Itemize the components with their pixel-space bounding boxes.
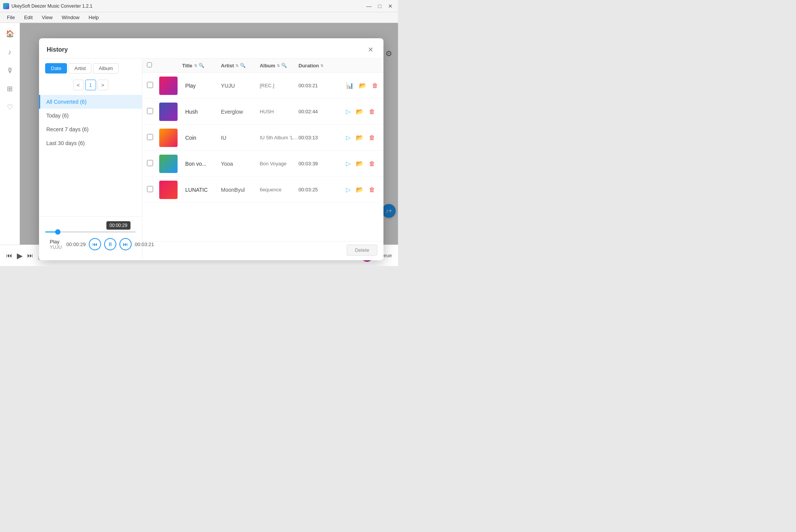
page-current-button[interactable]: 1 [85,80,96,90]
row-3-album: IU 5th Album 'LI... [260,135,298,140]
dialog-body: Date Artist Album < 1 > All Converted (6… [39,59,383,260]
row-2-actions: ▷ 📂 🗑 [344,106,379,117]
title-search-icon[interactable]: 🔍 [199,63,204,68]
row-3-folder-button[interactable]: 📂 [354,132,365,143]
playback-slider[interactable] [45,231,136,233]
window-controls: — □ ✕ [364,2,395,11]
row-2-thumbnail [159,103,178,121]
table-header: Title ⇅ 🔍 Artist ⇅ 🔍 Album ⇅ 🔍 [142,59,383,73]
row-1-checkbox-cell [147,82,159,90]
dialog-footer: Delete [142,241,383,260]
artist-search-icon[interactable]: 🔍 [240,63,246,68]
row-2-artist: Everglow [221,109,259,115]
row-3-artist: IU [221,135,259,141]
title-sort-icon[interactable]: ⇅ [194,64,197,68]
row-4-folder-button[interactable]: 📂 [354,158,365,169]
maximize-button[interactable]: □ [375,2,384,11]
sidebar-icon-home[interactable]: 🏠 [2,26,18,41]
row-4-checkbox[interactable] [147,160,153,166]
player-next-button[interactable]: ⏭ [27,252,33,259]
category-today[interactable]: Today (6) [39,109,142,122]
row-2-play-button[interactable]: ▷ [344,106,352,117]
row-4-duration: 00:03:39 [298,161,344,166]
row-1-checkbox[interactable] [147,82,153,88]
player-play-button[interactable]: ▶ [17,251,23,260]
minimize-button[interactable]: — [364,2,374,11]
row-1-folder-button[interactable]: 📂 [357,80,368,91]
row-4-checkbox-cell [147,160,159,168]
row-5-delete-button[interactable]: 🗑 [367,185,377,195]
page-prev-button[interactable]: < [73,80,84,90]
track-list: Play YUJU [REC.] 00:03:21 📊 📂 🗑 [142,73,383,241]
pause-button[interactable]: ⏸ [104,238,116,250]
row-3-checkbox[interactable] [147,134,153,140]
album-search-icon[interactable]: 🔍 [281,63,287,68]
menu-window[interactable]: Window [58,14,83,21]
filter-tab-artist[interactable]: Artist [69,63,91,73]
category-all-converted[interactable]: All Converted (6) [39,95,142,109]
row-2-checkbox[interactable] [147,108,153,114]
row-5-actions: ▷ 📂 🗑 [344,184,379,195]
playback-time-controls: 00:00:29 ⏮ ⏸ ⏭ 00:03:21 [66,238,154,250]
row-5-thumbnail [159,181,178,199]
menu-edit[interactable]: Edit [20,14,36,21]
category-last-30days[interactable]: Last 30 days (6) [39,136,142,150]
select-all-checkbox[interactable] [147,62,152,67]
row-2-duration: 00:02:44 [298,109,344,114]
row-3-actions: ▷ 📂 🗑 [344,132,379,143]
artist-sort-icon[interactable]: ⇅ [235,64,238,68]
row-4-title: Bon vo... [182,161,221,167]
row-2-delete-button[interactable]: 🗑 [367,107,377,117]
table-row: LUNATIC MoonByul 6equence 00:03:25 ▷ 📂 🗑 [142,177,383,203]
playback-thumb[interactable] [55,229,60,235]
prev-track-button[interactable]: ⏮ [89,238,101,250]
menu-view[interactable]: View [38,14,56,21]
row-5-folder-button[interactable]: 📂 [354,184,365,195]
dialog-close-button[interactable]: ✕ [365,44,376,55]
playback-info-row: Play YUJU 00:00:29 ⏮ ⏸ ⏭ 00:03:21 [45,236,136,253]
right-panel: Title ⇅ 🔍 Artist ⇅ 🔍 Album ⇅ 🔍 [142,59,383,260]
row-2-checkbox-cell [147,108,159,116]
select-all-header [147,62,159,69]
row-3-play-button[interactable]: ▷ [344,132,352,143]
now-playing-artist: YUJU [50,245,62,250]
sidebar-icon-grid[interactable]: ⊞ [2,81,18,96]
player-prev-button[interactable]: ⏮ [6,252,12,259]
category-recent-7days[interactable]: Recent 7 days (6) [39,122,142,136]
album-sort-icon[interactable]: ⇅ [277,64,280,68]
filter-tabs: Date Artist Album [39,63,142,78]
close-button[interactable]: ✕ [386,2,395,11]
next-track-button[interactable]: ⏭ [119,238,132,250]
row-3-delete-button[interactable]: 🗑 [367,133,377,143]
row-3-checkbox-cell [147,134,159,142]
history-dialog: History ✕ Date Artist Album < 1 [39,38,383,260]
row-1-actions: 📊 📂 🗑 [344,80,379,91]
app-icon [3,3,9,9]
row-5-album: 6equence [260,187,298,193]
menu-file[interactable]: File [3,14,19,21]
row-4-delete-button[interactable]: 🗑 [367,159,377,169]
sidebar-icon-music[interactable]: ♪ [2,44,18,60]
row-1-delete-button[interactable]: 🗑 [370,81,380,91]
left-panel: Date Artist Album < 1 > All Converted (6… [39,59,142,260]
row-4-album: Bon Voyage [260,161,298,166]
sidebar-icon-mic[interactable]: 🎙 [2,63,18,78]
filter-tab-album[interactable]: Album [93,63,119,73]
table-row: Play YUJU [REC.] 00:03:21 📊 📂 🗑 [142,73,383,99]
row-5-duration: 00:03:25 [298,187,344,193]
row-4-actions: ▷ 📂 🗑 [344,158,379,169]
sidebar-icon-favorites[interactable]: ♡ [2,100,18,115]
menu-help[interactable]: Help [85,14,103,21]
row-1-waveform-button[interactable]: 📊 [344,80,355,91]
main-content: ⚙ History ✕ Date Artist Album [20,23,398,245]
duration-sort-icon[interactable]: ⇅ [320,64,323,68]
row-5-checkbox[interactable] [147,186,153,192]
row-3-thumbnail [159,129,178,147]
row-5-checkbox-cell [147,186,159,194]
row-2-folder-button[interactable]: 📂 [354,106,365,117]
row-5-play-button[interactable]: ▷ [344,184,352,195]
row-4-play-button[interactable]: ▷ [344,158,352,169]
filter-tab-date[interactable]: Date [45,63,67,73]
delete-all-button[interactable]: Delete [347,245,377,256]
page-next-button[interactable]: > [98,80,108,90]
